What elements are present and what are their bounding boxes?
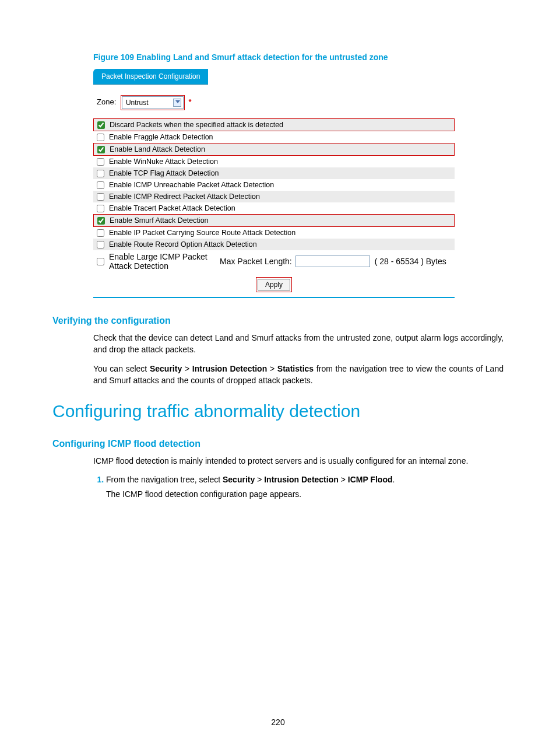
option-label: Enable IP Packet Carrying Source Route A… <box>109 229 295 237</box>
icmp-paragraph-1: ICMP flood detection is mainly intended … <box>93 455 504 467</box>
large-icmp-row: Enable Large ICMP Packet Attack Detectio… <box>93 250 455 272</box>
option-label: Enable Smurf Attack Detection <box>110 216 209 225</box>
option-checkbox[interactable] <box>97 181 104 189</box>
large-icmp-checkbox[interactable] <box>97 258 104 265</box>
option-checkbox[interactable] <box>97 241 104 249</box>
option-label: Enable Land Attack Detection <box>110 145 205 153</box>
option-row: Enable Land Attack Detection <box>93 143 455 156</box>
max-length-label: Max Packet Length: <box>220 257 292 266</box>
option-checkbox[interactable] <box>97 146 105 153</box>
option-row: Enable Route Record Option Attack Detect… <box>93 239 455 250</box>
option-checkbox[interactable] <box>97 217 105 225</box>
step-1: From the navigation tree, select Securit… <box>106 474 504 500</box>
page-number: 220 <box>0 718 556 727</box>
apply-button[interactable]: Apply <box>258 279 290 290</box>
chevron-down-icon <box>175 100 180 103</box>
option-list: Discard Packets when the specified attac… <box>93 118 455 250</box>
max-length-range: ( 28 - 65534 ) Bytes <box>375 257 446 266</box>
option-checkbox[interactable] <box>97 134 104 141</box>
option-label: Enable ICMP Redirect Packet Attack Detec… <box>109 192 260 201</box>
verify-paragraph-1: Check that the device can detect Land an… <box>93 332 504 356</box>
option-row: Enable Fraggle Attack Detection <box>93 131 455 143</box>
config-screenshot: Packet Inspection Configuration Zone: Un… <box>93 69 455 298</box>
option-row: Enable Smurf Attack Detection <box>93 214 455 227</box>
option-checkbox[interactable] <box>97 205 104 212</box>
heading-verify: Verifying the configuration <box>52 316 504 326</box>
zone-row: Zone: Untrust * <box>93 85 455 118</box>
option-row: Enable WinNuke Attack Detection <box>93 156 455 167</box>
panel-tab: Packet Inspection Configuration <box>93 69 208 85</box>
option-label: Discard Packets when the specified attac… <box>110 121 283 129</box>
step-1-sub: The ICMP flood detection configuration p… <box>106 488 504 500</box>
heading-traffic: Configuring traffic abnormality detectio… <box>52 401 504 421</box>
option-label: Enable Fraggle Attack Detection <box>109 133 213 141</box>
heading-icmp: Configuring ICMP flood detection <box>52 439 504 449</box>
max-length-input[interactable] <box>295 256 370 267</box>
option-checkbox[interactable] <box>97 229 104 237</box>
option-label: Enable Route Record Option Attack Detect… <box>109 240 257 249</box>
step-list: From the navigation tree, select Securit… <box>93 474 504 500</box>
option-row: Enable ICMP Redirect Packet Attack Detec… <box>93 191 455 202</box>
option-row: Enable TCP Flag Attack Detection <box>93 167 455 179</box>
option-checkbox[interactable] <box>97 158 104 166</box>
required-mark: * <box>189 97 192 106</box>
option-row: Enable Tracert Packet Attack Detection <box>93 202 455 214</box>
option-label: Enable ICMP Unreachable Packet Attack De… <box>109 181 274 189</box>
verify-paragraph-2: You can select Security > Intrusion Dete… <box>93 363 504 387</box>
option-checkbox[interactable] <box>97 193 104 201</box>
zone-select-value: Untrust <box>126 99 149 107</box>
option-row: Enable ICMP Unreachable Packet Attack De… <box>93 179 455 191</box>
option-checkbox[interactable] <box>97 121 105 129</box>
figure-caption: Figure 109 Enabling Land and Smurf attac… <box>93 52 504 62</box>
option-label: Enable WinNuke Attack Detection <box>109 158 218 166</box>
option-row: Discard Packets when the specified attac… <box>93 118 455 131</box>
option-checkbox[interactable] <box>97 170 104 177</box>
zone-select[interactable]: Untrust <box>122 96 184 109</box>
option-label: Enable Tracert Packet Attack Detection <box>109 204 235 212</box>
option-label: Enable TCP Flag Attack Detection <box>109 169 219 177</box>
large-icmp-label: Enable Large ICMP Packet Attack Detectio… <box>109 252 214 271</box>
option-row: Enable IP Packet Carrying Source Route A… <box>93 227 455 239</box>
zone-label: Zone: <box>97 97 116 106</box>
